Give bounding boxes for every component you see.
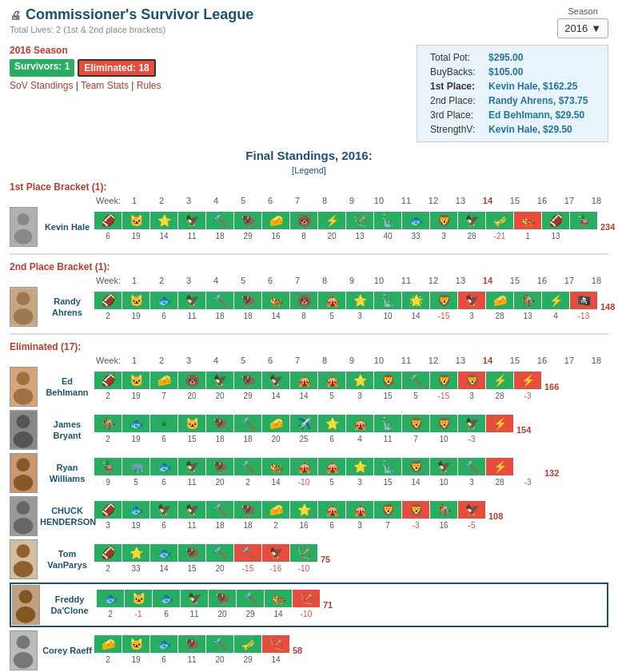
score-cell: 3 <box>94 519 122 531</box>
week-num: 16 <box>528 276 556 285</box>
ryan-williams-picks: 🦆 🦏 🐟 🦅 🦬 🔨 🐅 🎪 🎪 ⭐ 🗽 🦁 🦅 🔨 <box>94 458 541 488</box>
pick-cell: 🧀 <box>150 372 177 389</box>
buybacks-value: $105.00 <box>484 65 600 79</box>
score-cell: 18 <box>206 432 233 445</box>
total-pot-label: Total Pot: <box>425 50 484 65</box>
pick-cell: 🦁 <box>402 501 429 519</box>
score-cell: 18 <box>234 309 261 322</box>
pick-cell: a <box>150 415 177 432</box>
score-cell: 20 <box>206 389 233 402</box>
pick-cell: 🏈 <box>94 544 122 562</box>
subtitle: Total Lives: 2 (1st & 2nd place brackets… <box>10 25 253 34</box>
score-cell: 2 <box>234 475 261 488</box>
divider2 <box>10 333 608 335</box>
score-cell: 11 <box>178 475 205 488</box>
eliminated-header[interactable]: Eliminated (17): <box>10 341 608 352</box>
week-num: 7 <box>284 196 311 205</box>
pick-cell: 🔨 <box>206 292 233 309</box>
week-num: 13 <box>447 196 474 205</box>
score-cell: 19 <box>122 432 150 445</box>
team-stats-link[interactable]: Team Stats <box>81 80 129 91</box>
legend-link[interactable]: [Legend] <box>10 165 608 175</box>
score-cell: -3 <box>514 389 541 402</box>
rules-link[interactable]: Rules <box>137 80 161 91</box>
score-cell: -5 <box>458 519 485 531</box>
pick-cell: 🏹 <box>290 544 317 562</box>
bracket1-header[interactable]: 1st Place Bracket (1): <box>10 181 608 193</box>
svg-point-8 <box>14 388 34 405</box>
score-cell: 18 <box>206 519 233 531</box>
score-cell: -10 <box>290 475 317 488</box>
ed-behlmann-row: Ed Behlmann 🏈 🐱 🧀 🐻 🦅 🦬 🦅 🎪 🎪 ⭐ 🦁 <box>10 367 608 407</box>
pick-cell: 🔨 <box>234 458 261 475</box>
season-info: 2016 Season Survivors: 1 Eliminated: 18 … <box>10 45 169 142</box>
score-cell: 14 <box>262 475 289 488</box>
pick-cell: 🔨 <box>234 544 261 562</box>
printer-icon[interactable]: 🖨 <box>10 9 21 22</box>
score-cell: 40 <box>374 229 401 242</box>
week-num: 11 <box>393 276 420 285</box>
kevin-hale-score: 234 <box>600 222 615 232</box>
pick-cell: 🐟 <box>150 544 177 562</box>
season-dropdown[interactable]: 2016 ▼ <box>557 18 608 38</box>
score-cell: 3 <box>458 389 485 402</box>
randy-ahrens-avatar <box>10 287 38 327</box>
score-cell: 20 <box>206 562 233 575</box>
sov-standings-link[interactable]: SoV Standings <box>10 80 73 91</box>
score-cell: 2 <box>94 389 122 402</box>
pick-cell: ⭐ <box>318 415 345 432</box>
svg-point-4 <box>17 292 30 305</box>
buybacks-label: BuyBacks: <box>425 65 484 79</box>
pick-cell: 🐟 <box>97 590 124 607</box>
score-cell: 6 <box>318 519 345 531</box>
pick-cell: 🏈 <box>94 292 122 309</box>
pick-cell: 🦬 <box>206 415 233 432</box>
score-cell: -3 <box>458 432 485 445</box>
score-cell: -21 <box>486 229 513 242</box>
score-cell: 3 <box>458 309 485 322</box>
pick-cell: 🗽 <box>374 458 401 475</box>
week-num: 2 <box>148 196 175 205</box>
week-num: 4 <box>202 356 229 365</box>
week-num: 14 <box>474 196 501 205</box>
third-place-label: 3rd Place: <box>425 108 484 122</box>
score-cell: -3 <box>514 475 541 488</box>
pick-cell: 🎪 <box>346 415 373 432</box>
score-cell: 3 <box>346 475 373 488</box>
score-cell: 20 <box>262 432 289 445</box>
chuck-henderson-row: CHUCK HENDERSON 🏈 🐟 🦅 🦅 🔨 🦬 🧀 ⭐ 🎪 🎪 🦁 <box>10 496 608 536</box>
score-cell: 3 <box>458 475 485 488</box>
score-cell: 11 <box>178 229 205 242</box>
week-num: 18 <box>583 196 610 205</box>
pick-cell: 🔨 <box>234 415 261 432</box>
svg-point-10 <box>17 415 30 428</box>
week-num: 2 <box>148 356 175 365</box>
pick-cell: 🗽 <box>374 212 401 229</box>
pick-cell: 🦅 <box>458 292 485 309</box>
score-cell: -1 <box>125 607 152 620</box>
pick-cell: 🎪 <box>346 501 373 519</box>
score-cell: 5 <box>402 389 429 402</box>
james-bryant-avatar <box>10 410 38 450</box>
pick-cell: 🐟 <box>150 458 177 475</box>
pick-cell: 🏴‍☠️ <box>570 292 597 309</box>
bracket2-header[interactable]: 2nd Place Bracket (1): <box>10 261 608 272</box>
tom-vanparys-avatar <box>10 539 38 579</box>
freddy-daclone-picks: 🐟 🐱 🐟 🦅 🦬 🔨 🐅 🏹 2 -1 6 11 <box>97 590 320 620</box>
ryan-williams-name: Ryan Williams <box>40 462 94 485</box>
svg-point-25 <box>17 635 30 649</box>
score-cell: 14 <box>290 389 317 402</box>
pick-cell: ⭐ <box>290 501 317 519</box>
pick-cell: 🦅 <box>430 458 457 475</box>
pick-cell: 🦅 <box>178 212 205 229</box>
pick-cell: 🦅 <box>458 212 485 229</box>
week-num: 16 <box>528 356 556 365</box>
pick-cell: 🐱 <box>122 212 150 229</box>
week-num: 16 <box>528 196 556 205</box>
score-cell: 15 <box>374 389 401 402</box>
pick-cell: 🧀 <box>262 501 289 519</box>
score-cell: 16 <box>290 519 317 531</box>
svg-point-22 <box>19 590 33 603</box>
pick-cell: 🦆 <box>94 458 122 475</box>
week-num: 1 <box>121 276 148 285</box>
